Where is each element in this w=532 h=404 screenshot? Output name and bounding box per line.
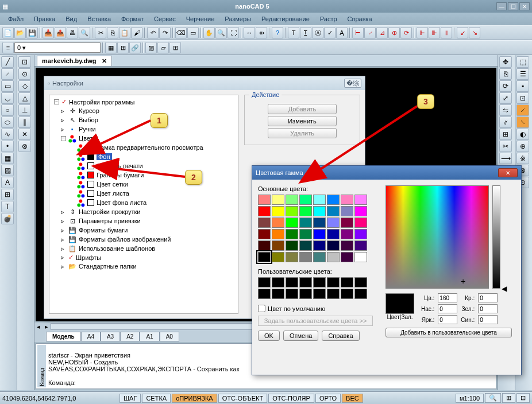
dim1-icon[interactable]: ⊢ (352, 27, 364, 38)
trim-icon[interactable]: ✂ (499, 141, 512, 152)
basic-color-cell[interactable] (258, 252, 271, 262)
select-icon[interactable]: ⬚ (516, 56, 529, 68)
menu-insert[interactable]: Вставка (83, 14, 115, 24)
default-color-checkbox[interactable]: Цвет по умолчанию (258, 305, 379, 312)
color-spectrum[interactable]: + (385, 185, 489, 289)
array-icon[interactable]: ⊞ (499, 129, 512, 140)
tree-root[interactable]: −✓Настройки программы (52, 98, 236, 106)
export-icon[interactable]: 📤 (55, 27, 66, 38)
toggle-grid[interactable]: СЕТКА (142, 394, 171, 403)
rect-icon[interactable]: ▭ (1, 80, 14, 92)
dim4-icon[interactable]: ⊕ (388, 27, 400, 38)
basic-color-cell[interactable] (327, 195, 340, 205)
toggle-polar[interactable]: ОТС-ПОЛЯР (268, 394, 314, 403)
basic-color-cell[interactable] (354, 217, 367, 228)
basic-color-cell[interactable] (313, 206, 326, 216)
basic-color-cell[interactable] (341, 252, 353, 262)
ellipse-icon[interactable]: ⬭ (1, 116, 14, 128)
dim6-icon[interactable]: ⊩ (417, 27, 428, 38)
basic-color-cell[interactable] (327, 252, 340, 262)
menu-edit[interactable]: Правка (29, 14, 60, 24)
copy2-icon[interactable]: ⎘ (499, 68, 512, 80)
basic-color-cell[interactable] (313, 229, 326, 239)
menu-help[interactable]: Справка (343, 14, 377, 24)
props-icon[interactable]: ☰ (516, 68, 529, 80)
close-icon[interactable]: ✕ (102, 57, 107, 64)
dim7-icon[interactable]: ⊪ (429, 27, 440, 38)
open-icon[interactable]: 📂 (14, 27, 26, 38)
toggle-snap[interactable]: ШАГ (119, 394, 141, 403)
dist2-icon[interactable]: ⇹ (256, 27, 267, 38)
collapse-icon[interactable]: − (54, 99, 59, 104)
orange2-icon[interactable]: ⟍ (516, 116, 529, 128)
document-tab[interactable]: markevich.by.dwg ✕ (37, 56, 112, 66)
basic-color-cell[interactable] (354, 229, 367, 239)
toggle-osnap[interactable]: оПРИВЯЗКА (172, 394, 217, 403)
import-icon[interactable]: 📥 (43, 27, 54, 38)
tab-a2[interactable]: A2 (120, 332, 140, 341)
custom-color-cell[interactable] (299, 277, 312, 288)
custom-color-cell[interactable] (327, 289, 340, 299)
redo-icon[interactable]: ↷ (159, 27, 171, 38)
new-icon[interactable]: 📄 (2, 27, 14, 38)
dim2-icon[interactable]: ⟋ (364, 27, 376, 38)
hue-input[interactable] (438, 293, 457, 302)
basic-color-cell[interactable] (272, 252, 284, 262)
basic-color-cell[interactable] (258, 206, 271, 216)
snap8-icon[interactable]: ⊗ (18, 141, 31, 152)
print-icon[interactable]: 🖶 (67, 27, 78, 38)
cut-icon[interactable]: ✂ (95, 27, 106, 38)
dim8-icon[interactable]: ⫴ (441, 27, 452, 38)
circle-icon[interactable]: ○ (1, 104, 14, 116)
custom-color-cell[interactable] (313, 277, 326, 288)
basic-color-cell[interactable] (327, 206, 340, 216)
menu-raster[interactable]: Растр (315, 14, 342, 24)
basic-color-cell[interactable] (299, 229, 312, 239)
basic-color-cell[interactable] (272, 206, 284, 216)
maximize-button[interactable]: ☐ (508, 2, 518, 10)
undo-icon[interactable]: ↶ (147, 27, 159, 38)
tree-sheet-color[interactable]: ⬤⬤Цвет листа (52, 189, 236, 198)
edit-button[interactable]: Изменить (268, 116, 337, 126)
basic-color-cell[interactable] (286, 240, 298, 251)
leader-icon[interactable]: ↙ (457, 27, 468, 38)
tree-print-area[interactable]: ⬤⬤Область печати (52, 161, 236, 170)
bomb-icon[interactable]: 💣 (1, 213, 14, 224)
color-help-button[interactable]: Справка (322, 331, 359, 341)
region2-icon[interactable]: ▨ (1, 165, 14, 176)
sat-input[interactable] (438, 304, 457, 313)
block-icon[interactable]: ▦ (105, 42, 117, 53)
delete-button[interactable]: Удалить (268, 128, 337, 138)
basic-color-cell[interactable] (313, 217, 326, 228)
menu-format[interactable]: Формат (117, 14, 148, 24)
basic-color-cell[interactable] (299, 206, 312, 216)
lum-input[interactable] (438, 315, 457, 324)
basic-color-cell[interactable] (286, 195, 298, 205)
xref-icon[interactable]: 🔗 (129, 42, 141, 53)
custom-color-cell[interactable] (286, 289, 298, 299)
basic-color-cell[interactable] (341, 229, 353, 239)
tree-paper-bounds[interactable]: ⬤⬤Границы бумаги (52, 170, 236, 180)
mtext2-icon[interactable]: T (1, 201, 14, 212)
save-icon[interactable]: 💾 (26, 27, 38, 38)
dim3-icon[interactable]: ⊿ (376, 27, 388, 38)
basic-color-cell[interactable] (286, 229, 298, 239)
region-icon[interactable]: ▱ (157, 42, 169, 53)
custom-color-cell[interactable] (272, 289, 284, 299)
custom-color-cell[interactable] (354, 277, 367, 288)
basic-color-cell[interactable] (327, 217, 340, 228)
point-icon[interactable]: • (1, 141, 14, 152)
move-icon[interactable]: ✥ (499, 56, 512, 68)
basic-color-cell[interactable] (327, 229, 340, 239)
tree-image-formats[interactable]: ▹💾Форматы файлов изображений (52, 235, 236, 244)
grip-icon[interactable]: ▪ (516, 80, 529, 92)
offset-icon[interactable]: ⫽ (499, 116, 512, 128)
arc-icon[interactable]: ◡ (1, 92, 14, 104)
snap2-icon[interactable]: ⊙ (18, 68, 31, 80)
add-button[interactable]: Добавить (268, 104, 337, 114)
scroll-right-icon[interactable]: ▸ (43, 323, 51, 331)
text-icon[interactable]: T (288, 27, 299, 38)
tree-paper-formats[interactable]: ▹💾Форматы бумаги (52, 226, 236, 235)
dist-icon[interactable]: ↔ (244, 27, 255, 38)
snap5-icon[interactable]: ⊥ (18, 104, 31, 116)
